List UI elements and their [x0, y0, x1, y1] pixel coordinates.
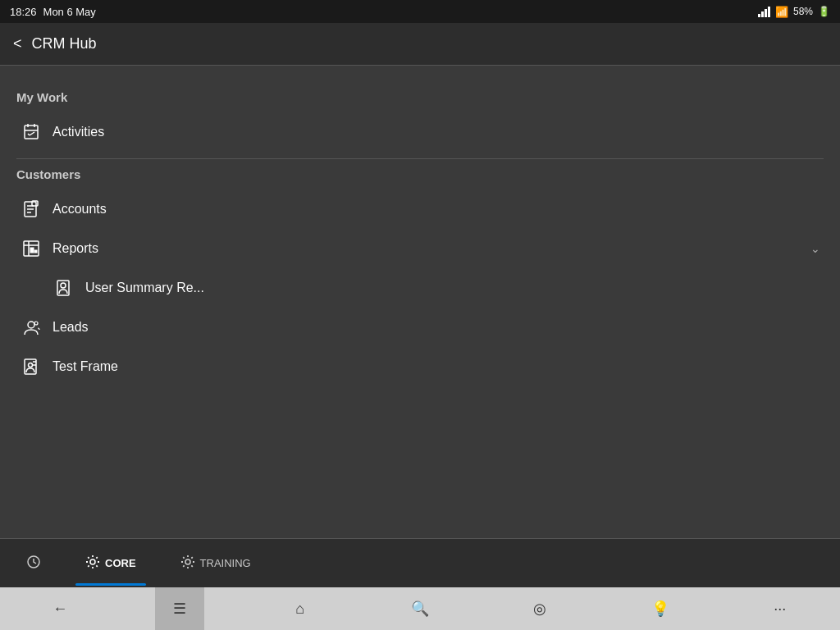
svg-point-17 — [61, 283, 66, 288]
svg-line-5 — [30, 132, 34, 135]
leads-label: Leads — [52, 320, 820, 335]
reports-icon — [20, 237, 43, 260]
nav-item-user-summary[interactable]: User Summary Re... — [16, 268, 824, 308]
nav-menu-button[interactable]: ☰ — [155, 587, 204, 630]
core-gear-icon — [85, 555, 100, 573]
app-title: CRM Hub — [32, 35, 97, 52]
back-button[interactable]: < — [13, 35, 22, 52]
nav-home-button[interactable]: ⌂ — [276, 587, 325, 630]
nav-item-activities[interactable]: Activities — [16, 112, 824, 152]
section-my-work: My Work Activities — [16, 90, 824, 152]
user-summary-label: User Summary Re... — [85, 281, 204, 295]
svg-point-25 — [90, 559, 95, 564]
training-gear-icon — [180, 555, 195, 573]
tab-core-label: CORE — [105, 557, 136, 569]
svg-rect-0 — [25, 126, 38, 139]
battery-icon: 🔋 — [818, 6, 830, 17]
nav-search-button[interactable]: 🔍 — [395, 587, 445, 630]
tab-recent[interactable] — [16, 548, 51, 579]
reports-label: Reports — [52, 241, 810, 256]
tab-training[interactable]: TRAINING — [171, 548, 261, 579]
section-heading-customers: Customers — [16, 167, 824, 181]
test-frame-icon — [20, 355, 43, 378]
svg-rect-14 — [30, 248, 34, 253]
bottom-tab-bar: CORE TRAINING — [0, 538, 840, 587]
nav-more-button[interactable]: ··· — [756, 587, 805, 630]
svg-point-26 — [185, 559, 190, 564]
nav-item-test-frame[interactable]: Test Frame — [16, 347, 824, 386]
status-bar: 18:26 Mon 6 May 📶 58% 🔋 — [0, 0, 840, 23]
wifi-icon: 📶 — [775, 6, 788, 18]
svg-point-18 — [28, 322, 34, 328]
nav-target-button[interactable]: ◎ — [515, 587, 564, 630]
section-customers: Customers Accounts — [16, 167, 824, 386]
recent-icon — [26, 555, 41, 573]
app-header: < CRM Hub — [0, 23, 840, 66]
windows-nav-bar: ← ☰ ⌂ 🔍 ◎ 💡 ··· — [0, 587, 840, 630]
nav-item-accounts[interactable]: Accounts — [16, 189, 824, 229]
tab-core[interactable]: CORE — [75, 548, 146, 579]
activities-icon — [20, 121, 43, 144]
tab-training-label: TRAINING — [200, 557, 251, 569]
test-frame-label: Test Frame — [52, 359, 820, 374]
nav-item-leads[interactable]: Leads — [16, 308, 824, 347]
divider-1 — [16, 158, 824, 159]
nav-lightbulb-button[interactable]: 💡 — [636, 587, 685, 630]
svg-point-19 — [34, 322, 38, 325]
accounts-icon — [20, 198, 43, 221]
svg-point-21 — [29, 363, 33, 368]
nav-item-reports[interactable]: Reports ⌄ — [16, 229, 824, 268]
battery-percentage: 58% — [793, 6, 813, 17]
nav-back-button[interactable]: ← — [35, 587, 84, 630]
signal-icon — [758, 7, 770, 17]
accounts-label: Accounts — [52, 202, 820, 217]
main-content: My Work Activities Customers — [0, 66, 840, 538]
section-heading-my-work: My Work — [16, 90, 824, 104]
svg-line-4 — [28, 134, 30, 135]
status-date: Mon 6 May — [43, 6, 96, 18]
leads-icon — [20, 316, 43, 339]
svg-rect-15 — [34, 250, 37, 253]
activities-label: Activities — [52, 125, 820, 139]
reports-chevron-icon: ⌄ — [810, 242, 820, 255]
status-time: 18:26 — [10, 6, 37, 18]
user-summary-icon — [52, 276, 75, 299]
